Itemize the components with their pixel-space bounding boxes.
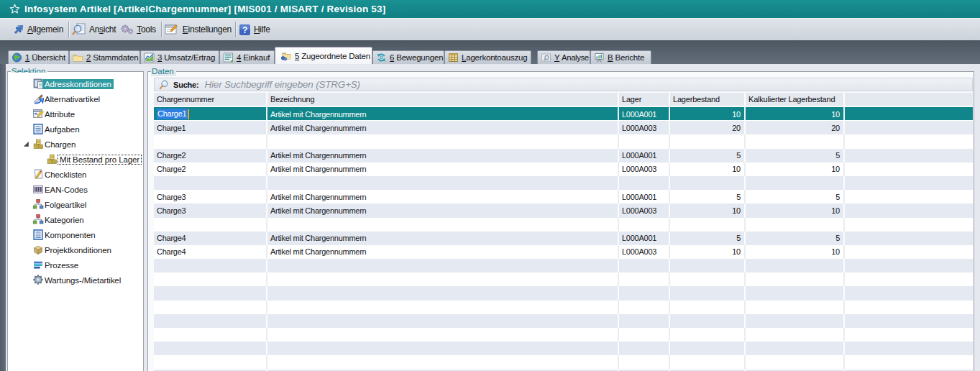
cell[interactable] — [670, 134, 746, 148]
tree-item[interactable]: Alternativartikel — [8, 91, 143, 106]
cell[interactable]: 5 — [746, 190, 845, 203]
cell[interactable] — [746, 259, 845, 272]
cell[interactable] — [154, 328, 267, 342]
cell[interactable]: 10 — [670, 162, 746, 176]
table-row[interactable] — [154, 301, 973, 314]
tab-analyse[interactable]: Y Analyse — [537, 50, 590, 64]
cell[interactable]: L000A003 — [619, 245, 670, 259]
cell[interactable]: L000A001 — [619, 232, 670, 245]
tree-item[interactable]: Folgeartikel — [8, 197, 143, 212]
column-header-kalkulierter-lagerbestand[interactable]: Kalkulierter Lagerbestand — [746, 93, 845, 106]
cell[interactable]: Artikel mit Chargennummern — [267, 107, 619, 121]
cell[interactable] — [746, 272, 845, 286]
menu-item-tools[interactable]: Tools — [120, 21, 156, 39]
cell[interactable]: 5 — [670, 190, 746, 203]
table-row[interactable] — [154, 176, 973, 190]
table-row[interactable] — [154, 314, 973, 328]
cell[interactable]: L000A003 — [619, 121, 670, 134]
cell[interactable] — [267, 342, 619, 355]
cell[interactable] — [746, 176, 845, 190]
cell[interactable]: 10 — [746, 245, 845, 259]
cell[interactable]: 5 — [746, 149, 845, 162]
cell[interactable]: 5 — [746, 232, 845, 245]
cell[interactable] — [619, 286, 670, 300]
cell[interactable] — [267, 259, 619, 272]
table-row[interactable] — [154, 355, 973, 369]
cell[interactable]: L000A001 — [619, 190, 670, 203]
tab-stammdaten[interactable]: 2 Stammdaten — [69, 50, 140, 64]
table-row[interactable]: Charge1Artikel mit ChargennummernL000A00… — [154, 107, 973, 121]
menu-item-ansicht[interactable]: Ansicht — [72, 21, 116, 39]
column-header-lager[interactable]: Lager — [619, 93, 670, 106]
column-header-chargennummer[interactable]: Chargennummer — [154, 93, 267, 106]
cell[interactable] — [267, 218, 619, 232]
cell[interactable]: Artikel mit Chargennummern — [267, 232, 619, 245]
cell[interactable] — [670, 176, 746, 190]
cell[interactable] — [670, 272, 746, 286]
table-row[interactable]: Charge3Artikel mit ChargennummernL000A00… — [154, 190, 973, 203]
cell[interactable]: L000A003 — [619, 162, 670, 176]
column-header-bezeichnung[interactable]: Bezeichnung — [267, 93, 619, 106]
cell[interactable] — [670, 342, 746, 355]
cell[interactable] — [746, 286, 845, 300]
cell[interactable]: 10 — [746, 162, 845, 176]
cell[interactable] — [670, 286, 746, 300]
cell[interactable] — [154, 218, 267, 232]
tab-bewegungen[interactable]: 6 Bewegungen — [372, 50, 444, 64]
cell[interactable] — [154, 134, 267, 148]
cell[interactable]: 5 — [670, 232, 746, 245]
cell[interactable]: L000A001 — [619, 149, 670, 162]
cell[interactable] — [619, 176, 670, 190]
cell[interactable]: Charge2 — [154, 149, 267, 162]
table-row[interactable]: Charge2Artikel mit ChargennummernL000A00… — [154, 149, 973, 162]
tab-umsatz-ertrag[interactable]: 3 Umsatz/Ertrag — [140, 50, 219, 64]
cell[interactable]: 20 — [746, 121, 845, 134]
cell[interactable] — [670, 218, 746, 232]
tree-item[interactable]: Chargen — [8, 137, 143, 152]
cell[interactable] — [154, 272, 267, 286]
cell[interactable] — [670, 301, 746, 314]
cell[interactable] — [619, 218, 670, 232]
cell[interactable] — [670, 259, 746, 272]
menu-item-einstellungen[interactable]: Einstellungen — [165, 21, 232, 39]
cell[interactable] — [267, 355, 619, 369]
expander-icon[interactable] — [23, 141, 29, 147]
cell[interactable] — [619, 259, 670, 272]
table-row[interactable]: Charge4Artikel mit ChargennummernL000A00… — [154, 245, 973, 259]
tab-berichte[interactable]: B Berichte — [590, 50, 651, 64]
cell[interactable]: Artikel mit Chargennummern — [267, 162, 619, 176]
cell[interactable] — [267, 176, 619, 190]
cell[interactable] — [746, 314, 845, 328]
cell[interactable]: Charge2 — [154, 162, 267, 176]
cell[interactable]: L000A001 — [619, 107, 670, 121]
cell[interactable] — [670, 355, 746, 369]
table-row[interactable]: Charge4Artikel mit ChargennummernL000A00… — [154, 232, 973, 245]
cell[interactable]: Artikel mit Chargennummern — [267, 149, 619, 162]
tree-item[interactable]: Prozesse — [8, 257, 143, 272]
cell[interactable] — [746, 355, 845, 369]
cell[interactable] — [619, 314, 670, 328]
tab-einkauf[interactable]: 4 Einkauf — [219, 50, 275, 64]
cell[interactable] — [267, 301, 619, 314]
cell[interactable] — [267, 272, 619, 286]
cell[interactable]: Charge4 — [154, 232, 267, 245]
cell[interactable]: Charge1 — [154, 107, 267, 121]
cell[interactable]: 20 — [670, 121, 746, 134]
menu-item-hilfe[interactable]: ? Hilfe — [239, 21, 270, 39]
cell[interactable]: Charge3 — [154, 203, 267, 217]
tree-item[interactable]: Adresskonditionen — [8, 76, 143, 91]
cell[interactable] — [154, 342, 267, 355]
cell[interactable]: 10 — [670, 203, 746, 217]
cell[interactable]: 5 — [670, 149, 746, 162]
cell[interactable]: 10 — [746, 107, 845, 121]
cell[interactable] — [154, 314, 267, 328]
tree-item[interactable]: Aufgaben — [8, 122, 143, 137]
search-bar[interactable]: Suche: Hier Suchbegriff eingeben (STRG+S… — [154, 78, 973, 91]
table-row[interactable]: Charge2Artikel mit ChargennummernL000A00… — [154, 162, 973, 176]
cell[interactable] — [154, 301, 267, 314]
table-row[interactable]: Charge3Artikel mit ChargennummernL000A00… — [154, 203, 973, 217]
cell[interactable] — [267, 286, 619, 300]
table-row[interactable] — [154, 342, 973, 355]
cell[interactable] — [267, 134, 619, 148]
table-row[interactable] — [154, 218, 973, 232]
